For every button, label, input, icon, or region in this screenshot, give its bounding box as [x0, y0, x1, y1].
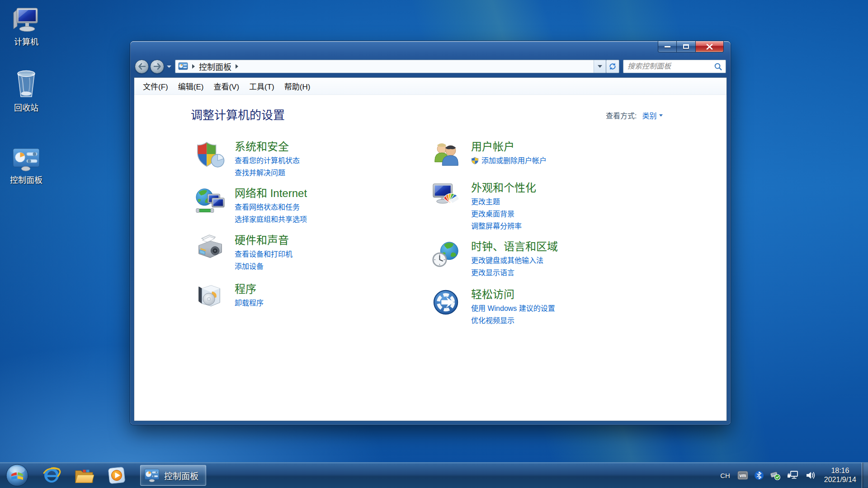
back-button[interactable] [135, 60, 149, 74]
system-security-icon[interactable] [195, 140, 225, 169]
user-accounts-icon[interactable] [432, 140, 462, 169]
vmware-tray-icon[interactable]: vm [737, 471, 748, 480]
close-button[interactable] [696, 41, 724, 52]
menu-bar: 文件(F) 编辑(E) 查看(V) 工具(T) 帮助(H) [134, 78, 726, 95]
show-desktop-button[interactable] [862, 463, 868, 488]
back-arrow-icon [138, 63, 146, 70]
address-bar[interactable]: 控制面板 [175, 60, 606, 73]
view-by-label: 查看方式: [606, 110, 637, 121]
category-appearance-personalization: 外观和个性化 更改主题 更改桌面背景 调整屏幕分辨率 [432, 181, 694, 232]
taskbar-clock[interactable]: 18:16 2021/9/14 [824, 466, 856, 484]
category-link-with-shield[interactable]: 添加或删除用户帐户 [471, 155, 547, 167]
category-title-hardware-sound[interactable]: 硬件和声音 [235, 234, 292, 247]
system-tray: CH vm [720, 463, 868, 488]
category-column-right: 用户帐户 [432, 140, 694, 327]
category-programs: 程序 卸载程序 [195, 282, 412, 311]
desktop-icon-label: 回收站 [14, 101, 38, 113]
computer-icon [11, 5, 41, 33]
menu-help[interactable]: 帮助(H) [279, 78, 316, 94]
refresh-button[interactable] [606, 60, 619, 73]
control-panel-icon [12, 147, 40, 172]
menu-edit[interactable]: 编辑(E) [173, 78, 209, 94]
control-panel-content: 调整计算机的设置 查看方式: 类别 [134, 95, 726, 421]
uac-shield-icon [471, 157, 479, 164]
menu-view[interactable]: 查看(V) [208, 78, 244, 94]
taskbar-internet-explorer-icon[interactable] [42, 465, 61, 485]
category-link[interactable]: 更改主题 [471, 196, 536, 208]
programs-icon[interactable] [195, 282, 225, 311]
start-button[interactable] [5, 464, 29, 487]
close-icon [706, 44, 713, 50]
category-link[interactable]: 查看网络状态和任务 [235, 201, 307, 213]
caption-buttons [658, 41, 724, 52]
search-icon[interactable] [714, 62, 722, 71]
minimize-icon [665, 46, 670, 47]
category-title-appearance[interactable]: 外观和个性化 [471, 182, 536, 194]
control-panel-window: 控制面板 [130, 41, 731, 425]
windows-logo-icon [5, 464, 29, 487]
window-client-area: 文件(F) 编辑(E) 查看(V) 工具(T) 帮助(H) 调整计算机的设置 查… [134, 77, 727, 421]
category-title-system-security[interactable]: 系统和安全 [235, 141, 300, 153]
menu-tools[interactable]: 工具(T) [244, 78, 279, 94]
category-hardware-sound: 硬件和声音 查看设备和打印机 添加设备 [195, 234, 412, 272]
category-network-internet: 网络和 Internet 查看网络状态和任务 选择家庭组和共享选项 [195, 187, 412, 225]
category-user-accounts: 用户帐户 [432, 140, 694, 169]
category-link[interactable]: 查找并解决问题 [235, 167, 300, 179]
maximize-button[interactable] [677, 41, 696, 52]
hardware-sound-icon[interactable] [195, 234, 225, 263]
taskbar-explorer-icon[interactable] [74, 465, 94, 485]
ease-of-access-icon[interactable] [432, 288, 462, 317]
category-link[interactable]: 优化视频显示 [471, 314, 555, 327]
category-title-ease-of-access[interactable]: 轻松访问 [471, 288, 555, 301]
category-link[interactable]: 更改键盘或其他输入法 [471, 254, 558, 267]
breadcrumb-arrow-icon[interactable] [192, 64, 195, 69]
chevron-down-icon [598, 65, 602, 68]
category-link[interactable]: 更改显示语言 [471, 267, 558, 279]
chevron-down-icon[interactable] [659, 114, 663, 117]
desktop-icon-recycle-bin[interactable]: 回收站 [4, 68, 49, 113]
recent-pages-dropdown[interactable] [167, 66, 171, 68]
category-link[interactable]: 添加设备 [235, 260, 292, 272]
category-system-security: 系统和安全 查看您的计算机状态 查找并解决问题 [195, 140, 412, 179]
category-link[interactable]: 查看设备和打印机 [235, 248, 292, 260]
clock-language-icon[interactable] [432, 240, 462, 269]
svg-text:vm: vm [740, 473, 746, 478]
network-icon[interactable] [787, 470, 799, 480]
category-link[interactable]: 调整屏幕分辨率 [471, 220, 536, 232]
category-link[interactable]: 更改桌面背景 [471, 208, 536, 220]
menu-file[interactable]: 文件(F) [138, 78, 173, 94]
navigation-bar: 控制面板 [135, 56, 726, 77]
category-title-network-internet[interactable]: 网络和 Internet [235, 187, 307, 200]
page-title: 调整计算机的设置 [191, 106, 285, 122]
breadcrumb-control-panel[interactable]: 控制面板 [199, 61, 231, 72]
bluetooth-icon[interactable] [755, 470, 764, 480]
appearance-icon[interactable] [432, 181, 462, 210]
category-title-clock-language[interactable]: 时钟、语言和区域 [471, 240, 558, 253]
forward-arrow-icon [153, 63, 161, 70]
network-internet-icon[interactable] [195, 187, 225, 216]
desktop-icon-control-panel[interactable]: 控制面板 [4, 147, 49, 185]
breadcrumb-arrow-icon[interactable] [236, 64, 238, 69]
refresh-icon [608, 62, 617, 71]
taskbar-media-player-icon[interactable] [107, 465, 127, 485]
category-title-user-accounts[interactable]: 用户帐户 [471, 141, 547, 153]
address-history-dropdown[interactable] [594, 60, 606, 73]
search-input[interactable] [623, 62, 714, 70]
view-by-value-link[interactable]: 类别 [642, 110, 656, 121]
desktop-icon-label: 计算机 [14, 35, 38, 47]
category-ease-of-access: 轻松访问 使用 Windows 建议的设置 优化视频显示 [432, 288, 694, 327]
forward-button[interactable] [150, 60, 164, 74]
clock-date: 2021/9/14 [824, 475, 856, 484]
category-title-programs[interactable]: 程序 [235, 283, 264, 296]
volume-icon[interactable] [805, 470, 816, 480]
view-by-control: 查看方式: 类别 [606, 110, 663, 121]
taskbar-task-control-panel[interactable]: 控制面板 [140, 465, 206, 486]
category-link[interactable]: 查看您的计算机状态 [235, 155, 300, 167]
category-link[interactable]: 选择家庭组和共享选项 [235, 213, 307, 225]
input-method-indicator[interactable]: CH [720, 472, 730, 479]
minimize-button[interactable] [658, 41, 677, 52]
category-link[interactable]: 卸载程序 [235, 297, 264, 309]
desktop-icon-computer[interactable]: 计算机 [4, 5, 49, 47]
usb-device-icon[interactable] [770, 470, 781, 480]
category-link[interactable]: 使用 Windows 建议的设置 [471, 302, 555, 314]
